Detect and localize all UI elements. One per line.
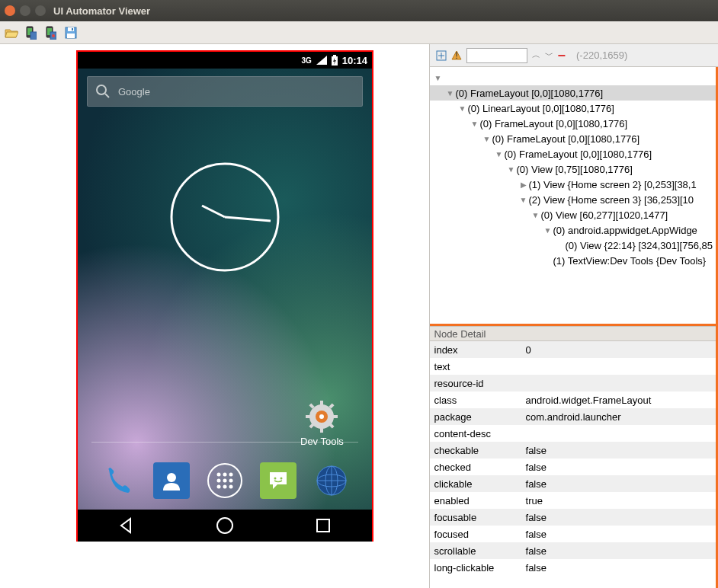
save-icon[interactable] [64, 26, 78, 40]
browser-app-icon[interactable] [313, 462, 350, 499]
detail-value: false [521, 545, 716, 557]
detail-row[interactable]: scrollablefalse [430, 542, 716, 559]
detail-key: content-desc [430, 428, 521, 439]
device-screenshot[interactable]: 3G 10:14 Google Dev Tools [76, 50, 373, 542]
detail-value: false [521, 445, 716, 456]
window-title: UI Automator Viewer [53, 5, 150, 17]
tree-row[interactable]: ▼(2) View {Home screen 3} [36,253][10 [430, 192, 716, 207]
messaging-app-icon[interactable] [260, 462, 296, 499]
tree-twisty-icon[interactable]: ▼ [543, 226, 553, 235]
svg-point-13 [97, 85, 106, 94]
tree-row[interactable]: ▼(0) FrameLayout [0,0][1080,1776] [430, 131, 716, 146]
nav-recents-button[interactable] [313, 516, 333, 535]
detail-key: long-clickable [430, 562, 521, 574]
tree-row[interactable]: (1) TextView:Dev Tools {Dev Tools} [430, 253, 716, 268]
android-nav-bar [78, 510, 372, 542]
search-input[interactable] [466, 48, 527, 63]
detail-row[interactable]: checkedfalse [430, 459, 716, 475]
node-detail-table[interactable]: index0textresource-idclassandroid.widget… [430, 341, 716, 588]
detail-key: package [430, 411, 521, 423]
phone-app-icon[interactable] [100, 462, 136, 499]
device-screenshot-icon[interactable] [24, 26, 38, 40]
detail-row[interactable]: checkablefalse [430, 442, 716, 459]
remove-icon[interactable]: − [558, 52, 566, 59]
nav-back-button[interactable] [117, 516, 136, 535]
tree-row[interactable]: ▼(0) android.appwidget.AppWidge [430, 222, 716, 238]
detail-row[interactable]: clickablefalse [430, 475, 716, 492]
tree-twisty-icon[interactable]: ▼ [433, 74, 444, 82]
svg-line-14 [105, 94, 109, 97]
tree-twisty-icon[interactable]: ▼ [518, 196, 529, 204]
svg-point-28 [319, 414, 324, 419]
dock [78, 462, 372, 499]
tree-row[interactable]: (0) View {22:14} [324,301][756,85 [430, 238, 716, 253]
tree-twisty-icon[interactable]: ▶ [518, 181, 529, 189]
detail-row[interactable]: content-desc [430, 425, 716, 442]
find-next-icon[interactable]: ﹀ [545, 50, 553, 61]
svg-rect-19 [320, 401, 323, 407]
window-maximize-button[interactable] [35, 5, 46, 16]
toolbar [0, 21, 718, 44]
dock-divider [91, 442, 358, 443]
search-placeholder: Google [118, 86, 150, 97]
phone-home-screen: Google Dev Tools [78, 69, 372, 510]
find-prev-icon[interactable]: ︿ [532, 50, 540, 61]
tree-row[interactable]: ▼(0) View [60,277][1020,1477] [430, 207, 716, 222]
tree-node-label: (0) View [0,75][1080,1776] [517, 164, 633, 175]
detail-row[interactable]: enabledtrue [430, 492, 716, 509]
detail-key: checked [430, 462, 521, 473]
dev-tools-app-icon[interactable]: Dev Tools [300, 401, 344, 447]
svg-line-17 [225, 217, 271, 221]
svg-point-31 [217, 473, 221, 477]
tree-row[interactable]: ▼(0) FrameLayout [0,0][1080,1776] [430, 116, 716, 131]
detail-row[interactable]: focusablefalse [430, 509, 716, 526]
nav-home-button[interactable] [215, 516, 235, 535]
svg-line-16 [202, 206, 225, 217]
tree-row[interactable]: ▼(0) FrameLayout [0,0][1080,1776] [430, 146, 716, 161]
detail-row[interactable]: packagecom.android.launcher [430, 408, 716, 425]
detail-row[interactable]: resource-id [430, 375, 716, 391]
tree-twisty-icon[interactable]: ▼ [530, 211, 541, 219]
detail-row[interactable]: text [430, 358, 716, 375]
detail-row[interactable]: focusedfalse [430, 526, 716, 542]
detail-key: enabled [430, 495, 521, 507]
detail-row[interactable]: long-clickablefalse [430, 559, 716, 576]
tree-row[interactable]: ▼(0) FrameLayout [0,0][1080,1776] [430, 85, 716, 101]
clock-widget[interactable] [168, 160, 282, 274]
svg-point-41 [280, 478, 283, 480]
svg-point-34 [217, 479, 221, 483]
tree-twisty-icon[interactable]: ▼ [457, 104, 468, 113]
contacts-app-icon[interactable] [153, 462, 190, 499]
detail-row[interactable]: index0 [430, 341, 716, 358]
tree-twisty-icon[interactable]: ▼ [445, 89, 456, 97]
open-icon[interactable] [5, 26, 18, 40]
tree-row[interactable]: ▼ [430, 70, 716, 85]
svg-rect-2 [30, 32, 37, 40]
tree-node-label: (0) FrameLayout [0,0][1080,1776] [505, 149, 652, 160]
device-screenshot-compressed-icon[interactable] [44, 26, 58, 40]
window-minimize-button[interactable] [20, 5, 30, 16]
detail-row[interactable]: classandroid.widget.FrameLayout [430, 391, 716, 408]
expand-all-icon[interactable] [436, 50, 447, 61]
svg-point-36 [229, 479, 233, 483]
svg-text:!: ! [455, 50, 458, 61]
window-close-button[interactable] [5, 5, 15, 16]
tree-twisty-icon[interactable]: ▼ [470, 120, 480, 128]
detail-value: 0 [521, 344, 716, 356]
tree-twisty-icon[interactable]: ▼ [494, 150, 505, 158]
tree-node-label: (1) TextView:Dev Tools {Dev Tools} [553, 255, 707, 267]
node-detail-pane: Node Detail index0textresource-idclassan… [430, 326, 718, 588]
svg-rect-20 [320, 427, 323, 433]
app-drawer-button[interactable] [207, 462, 243, 499]
tree-twisty-icon[interactable]: ▼ [482, 135, 492, 143]
tree-row[interactable]: ▶(1) View {Home screen 2} [0,253][38,1 [430, 177, 716, 192]
warning-icon[interactable]: ! [451, 50, 462, 61]
phone-status-bar: 3G 10:14 [78, 52, 372, 69]
tree-twisty-icon[interactable]: ▼ [506, 165, 517, 174]
svg-point-32 [223, 473, 227, 477]
hierarchy-tree[interactable]: ▼▼(0) FrameLayout [0,0][1080,1776]▼(0) L… [430, 67, 718, 326]
tree-row[interactable]: ▼(0) View [0,75][1080,1776] [430, 161, 716, 177]
tree-row[interactable]: ▼(0) LinearLayout [0,0][1080,1776] [430, 101, 716, 116]
svg-point-37 [217, 485, 221, 489]
google-search-bar[interactable]: Google [87, 76, 363, 107]
